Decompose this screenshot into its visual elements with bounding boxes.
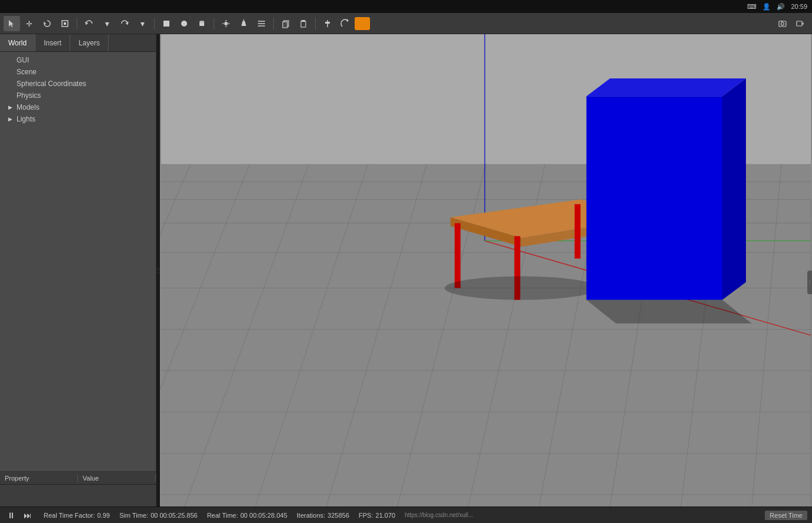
sphere-shape-button[interactable]: [176, 16, 192, 31]
redo-dropdown-button[interactable]: ▾: [134, 16, 150, 31]
align-button[interactable]: [319, 16, 336, 31]
undo-dropdown-button[interactable]: ▾: [99, 16, 115, 31]
svg-rect-22: [325, 22, 330, 24]
real-time-item: Real Time: 00 00:05:28.045: [207, 512, 287, 519]
properties-header: Property Value: [0, 472, 156, 485]
svg-point-62: [444, 277, 598, 300]
arrow-lights: ▶: [8, 116, 14, 122]
viewport[interactable]: ⋮: [160, 34, 812, 506]
svg-rect-3: [163, 21, 169, 27]
left-panel: World Insert Layers GUI Scene Spherical …: [0, 34, 156, 506]
fps-value: 21.070: [375, 512, 395, 519]
sim-time-label: Sim Time:: [119, 512, 148, 519]
scene-svg: [160, 34, 812, 506]
svg-point-6: [199, 21, 204, 23]
undo-button[interactable]: [81, 16, 97, 31]
real-time-factor-value: 0.99: [97, 512, 110, 519]
reset-time-button[interactable]: Reset Time: [765, 511, 807, 520]
iterations-item: Iterations: 325856: [297, 512, 349, 519]
svg-marker-58: [454, 223, 460, 288]
url-text: https://blog.csdn.net/xull...: [405, 512, 473, 518]
property-col-header: Property: [0, 475, 78, 482]
screenshot-button[interactable]: [774, 16, 791, 31]
svg-marker-12: [241, 21, 246, 26]
main-layout: ✛ ▾: [0, 13, 812, 523]
svg-marker-63: [587, 96, 722, 300]
select-tool-button[interactable]: [4, 16, 20, 31]
tree-item-scene[interactable]: Scene: [0, 66, 156, 78]
arrow-models: ▶: [8, 104, 14, 110]
tree-area: GUI Scene Spherical Coordinates Physics …: [0, 52, 156, 471]
pause-button[interactable]: ⏸: [5, 509, 18, 522]
real-time-value: 00 00:05:28.045: [240, 512, 287, 519]
tree-item-lights[interactable]: ▶ Lights: [0, 113, 156, 125]
svg-marker-65: [722, 78, 746, 300]
tree-item-models[interactable]: ▶ Models: [0, 101, 156, 113]
iterations-label: Iterations:: [297, 512, 325, 519]
real-time-factor-item: Real Time Factor: 0.99: [44, 512, 110, 519]
svg-marker-64: [587, 78, 746, 96]
copy-button[interactable]: [277, 16, 294, 31]
step-button[interactable]: ⏭: [21, 509, 34, 522]
keyboard-icon: ⌨: [747, 3, 757, 11]
separator-3: [214, 18, 214, 29]
person-icon: 👤: [762, 3, 771, 11]
sim-time-value: 00 00:05:25.856: [150, 512, 198, 519]
tree-item-gui[interactable]: GUI: [0, 54, 156, 66]
sim-time-item: Sim Time: 00 00:05:25.856: [119, 512, 197, 519]
svg-rect-18: [283, 22, 287, 28]
svg-point-4: [181, 21, 187, 27]
fps-label: FPS:: [359, 512, 373, 519]
svg-marker-27: [803, 22, 804, 25]
cylinder-shape-button[interactable]: [194, 16, 210, 31]
translate-tool-button[interactable]: ✛: [21, 16, 38, 31]
value-col-header: Value: [78, 475, 156, 482]
svg-marker-61: [575, 204, 581, 258]
tab-insert[interactable]: Insert: [35, 34, 70, 51]
separator-1: [77, 18, 77, 29]
separator-2: [154, 18, 155, 29]
svg-rect-26: [797, 21, 802, 26]
scale-tool-button[interactable]: [57, 16, 73, 31]
tree-item-spherical-coords[interactable]: Spherical Coordinates: [0, 78, 156, 90]
right-panel-handle[interactable]: ⋮: [807, 271, 812, 294]
svg-point-24: [781, 22, 784, 25]
svg-point-7: [224, 22, 228, 25]
iterations-value: 325856: [328, 512, 349, 519]
svg-rect-2: [64, 22, 66, 25]
box-shape-button[interactable]: [158, 16, 175, 31]
system-time: 20:59: [791, 3, 807, 10]
svg-rect-19: [301, 21, 306, 27]
separator-4: [273, 18, 274, 29]
svg-rect-20: [302, 20, 305, 22]
record-button[interactable]: [792, 16, 808, 31]
toolbar: ✛ ▾: [0, 13, 812, 34]
collapse-icon: ⋮: [807, 279, 812, 285]
speaker-icon: 🔊: [777, 3, 785, 11]
real-time-label: Real Time:: [207, 512, 238, 519]
svg-rect-25: [781, 21, 783, 22]
properties-panel: Property Value: [0, 471, 156, 506]
point-light-button[interactable]: [218, 16, 234, 31]
directional-light-button[interactable]: [253, 16, 270, 31]
tree-item-physics[interactable]: Physics: [0, 90, 156, 101]
rotate-tool-button[interactable]: [39, 16, 55, 31]
tab-layers[interactable]: Layers: [70, 34, 109, 51]
status-bar: ⏸ ⏭ Real Time Factor: 0.99 Sim Time: 00 …: [0, 506, 812, 523]
real-time-factor-label: Real Time Factor:: [44, 512, 95, 519]
svg-rect-23: [779, 21, 786, 27]
tab-world[interactable]: World: [0, 34, 35, 51]
redo-button[interactable]: [116, 16, 133, 31]
system-bar: ⌨ 👤 🔊 20:59: [0, 0, 812, 13]
separator-5: [315, 18, 316, 29]
fps-item: FPS: 21.070: [359, 512, 395, 519]
play-controls: ⏸ ⏭: [5, 509, 34, 522]
tab-bar: World Insert Layers: [0, 34, 156, 52]
paste-button[interactable]: [295, 16, 312, 31]
snap-button[interactable]: [337, 16, 353, 31]
svg-text:✛: ✛: [26, 19, 32, 28]
content-area: World Insert Layers GUI Scene Spherical …: [0, 34, 812, 506]
spot-light-button[interactable]: [235, 16, 252, 31]
highlight-button[interactable]: [355, 17, 370, 30]
